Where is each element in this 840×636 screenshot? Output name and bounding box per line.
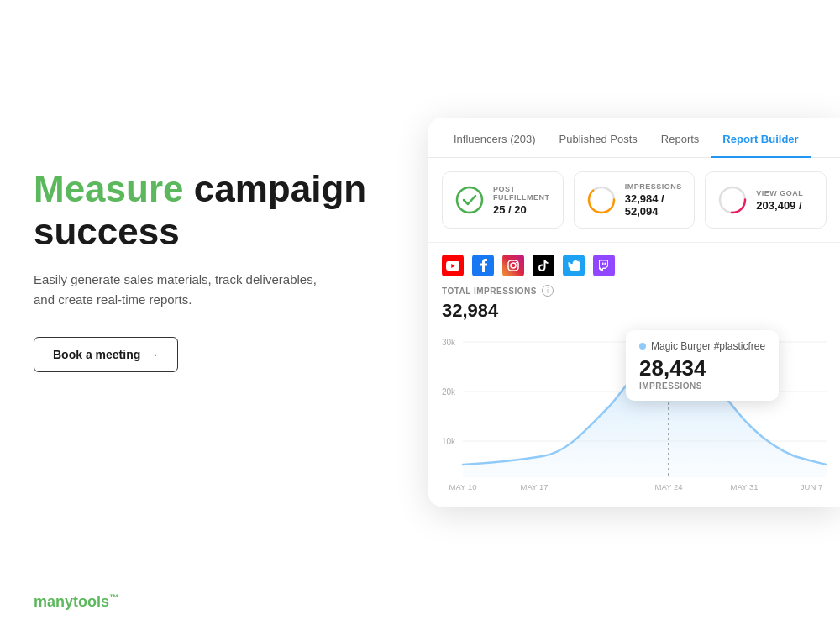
tooltip-metric: IMPRESSIONS xyxy=(639,381,765,391)
svg-text:MAY 17: MAY 17 xyxy=(521,482,549,490)
tabs-bar: Influencers (203) Published Posts Report… xyxy=(428,118,840,158)
tab-influencers-label: Influencers (203) xyxy=(454,133,536,145)
instagram-icon[interactable] xyxy=(502,255,524,276)
impressions-icon xyxy=(586,185,617,215)
facebook-icon[interactable] xyxy=(472,255,494,276)
fulfillment-icon xyxy=(454,185,485,215)
twitch-icon[interactable] xyxy=(593,255,615,276)
impressions-info: IMPRESSIONS 32,984 / 52,094 xyxy=(625,182,683,218)
dashboard-card: Influencers (203) Published Posts Report… xyxy=(428,118,840,507)
svg-point-1 xyxy=(457,187,482,213)
view-goal-label: VIEW GOAL xyxy=(756,189,803,197)
svg-point-8 xyxy=(516,262,517,264)
chart-wrapper: Magic Burger #plasticfree 28,434 IMPRESS… xyxy=(442,330,827,493)
svg-text:MAY 10: MAY 10 xyxy=(449,482,477,490)
stat-view-goal: VIEW GOAL 203,409 / xyxy=(705,171,827,229)
tab-reports-label: Reports xyxy=(661,133,700,145)
impressions-value: 32,984 / 52,094 xyxy=(625,192,683,218)
tab-published-posts-label: Published Posts xyxy=(559,133,638,145)
impressions-label: IMPRESSIONS xyxy=(625,182,683,191)
left-section: Measure campaign success Easily generate… xyxy=(34,168,386,372)
svg-rect-9 xyxy=(602,263,604,265)
arrow-icon: → xyxy=(147,348,159,361)
info-icon[interactable]: i xyxy=(542,285,554,297)
tab-published-posts[interactable]: Published Posts xyxy=(548,118,649,157)
svg-text:MAY 24: MAY 24 xyxy=(655,482,683,490)
svg-text:10k: 10k xyxy=(442,437,456,446)
tab-report-builder[interactable]: Report Builder xyxy=(711,118,810,157)
view-goal-icon xyxy=(717,185,748,215)
tab-report-builder-label: Report Builder xyxy=(722,133,798,145)
svg-text:30k: 30k xyxy=(442,338,456,347)
headline-green: Measure xyxy=(34,168,184,209)
chart-tooltip: Magic Burger #plasticfree 28,434 IMPRESS… xyxy=(626,330,779,401)
book-meeting-label: Book a meeting xyxy=(53,348,140,361)
logo: manytools™ xyxy=(34,592,118,611)
book-meeting-button[interactable]: Book a meeting → xyxy=(34,337,178,372)
tooltip-dot xyxy=(639,343,646,350)
tooltip-value: 28,434 xyxy=(639,357,765,379)
chart-total: 32,984 xyxy=(442,300,827,322)
stats-row: POST FULFILLMENT 25 / 20 IMPRESSIONS 32,… xyxy=(428,158,840,243)
youtube-icon[interactable] xyxy=(442,255,464,276)
stat-impressions: IMPRESSIONS 32,984 / 52,094 xyxy=(574,171,696,229)
svg-text:MAY 31: MAY 31 xyxy=(731,482,759,490)
chart-section: TOTAL IMPRESSIONS i 32,984 Magic Burger … xyxy=(428,285,840,507)
logo-text: manytools xyxy=(34,593,109,610)
view-goal-info: VIEW GOAL 203,409 / xyxy=(756,189,803,212)
logo-tm: ™ xyxy=(109,592,118,602)
tab-influencers[interactable]: Influencers (203) xyxy=(442,118,548,157)
fulfillment-info: POST FULFILLMENT 25 / 20 xyxy=(493,185,551,216)
stat-post-fulfillment: POST FULFILLMENT 25 / 20 xyxy=(442,171,564,229)
svg-rect-10 xyxy=(605,263,606,265)
fulfillment-value: 25 / 20 xyxy=(493,203,551,216)
svg-point-7 xyxy=(511,263,516,268)
tooltip-header: Magic Burger #plasticfree xyxy=(639,340,765,352)
tooltip-series: Magic Burger #plasticfree xyxy=(651,340,765,352)
chart-header: TOTAL IMPRESSIONS i xyxy=(442,285,827,297)
fulfillment-label: POST FULFILLMENT xyxy=(493,185,551,202)
headline: Measure campaign success xyxy=(34,168,386,253)
svg-rect-6 xyxy=(508,260,518,271)
tab-reports[interactable]: Reports xyxy=(649,118,711,157)
svg-text:20k: 20k xyxy=(442,387,456,397)
svg-text:JUN 7: JUN 7 xyxy=(801,482,822,490)
twitter-icon[interactable] xyxy=(563,255,585,276)
subtext: Easily generate sales materials, track d… xyxy=(34,270,336,310)
tiktok-icon[interactable] xyxy=(533,255,554,276)
view-goal-value: 203,409 / xyxy=(756,199,803,212)
chart-label: TOTAL IMPRESSIONS xyxy=(442,286,537,296)
social-icons-row xyxy=(428,243,840,285)
